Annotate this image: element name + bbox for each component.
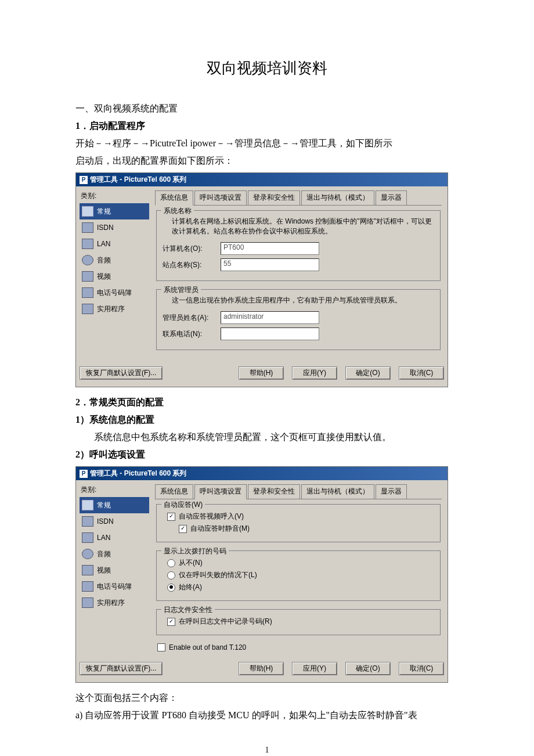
- sidebar-item-audio[interactable]: 音频: [80, 546, 149, 562]
- window-title: 管理工具 - PictureTel 600 系列: [90, 469, 186, 478]
- utilities-icon: [82, 304, 93, 314]
- tab-bar: 系统信息 呼叫选项设置 登录和安全性 退出与待机（模式） 显示器: [155, 190, 442, 206]
- step2-sub1-text: 系统信息中包系统名称和系统管理员配置，这个页框可直接使用默认值。: [75, 430, 459, 444]
- auto-mute-label: 自动应答时静音(M): [190, 524, 250, 534]
- audio-icon: [82, 549, 93, 559]
- tab-display[interactable]: 显示器: [376, 484, 407, 499]
- restore-defaults-button[interactable]: 恢复厂商默认设置(F)...: [80, 662, 163, 675]
- tab-login-security[interactable]: 登录和安全性: [248, 484, 300, 499]
- step2-heading: 2．常规类页面的配置: [75, 395, 459, 409]
- tab-exit-standby[interactable]: 退出与待机（模式）: [301, 484, 374, 499]
- tab-call-options[interactable]: 呼叫选项设置: [194, 190, 247, 205]
- sidebar-item-lan[interactable]: LAN: [80, 530, 149, 546]
- config-window-1: P 管理工具 - PictureTel 600 系列 类别: 常规 ISDN L…: [75, 172, 448, 387]
- group-legend: 系统管理员: [161, 285, 201, 295]
- sidebar-item-utilities[interactable]: 实用程序: [80, 301, 149, 317]
- sidebar-item-phonebook[interactable]: 电话号码簿: [80, 285, 149, 301]
- group-sysadmin: 系统管理员 这一信息出现在协作系统主应用程序中，它有助于用户与系统管理员联系。 …: [156, 289, 441, 350]
- sidebar-item-video[interactable]: 视频: [80, 562, 149, 578]
- sidebar-item-label: ISDN: [97, 224, 114, 232]
- group-description: 这一信息出现在协作系统主应用程序中，它有助于用户与系统管理员联系。: [172, 296, 434, 305]
- tab-display[interactable]: 显示器: [376, 190, 407, 205]
- sidebar-item-utilities[interactable]: 实用程序: [80, 595, 149, 611]
- step1-text-2: 启动后，出现的配置界面如下图所示：: [75, 154, 459, 168]
- audio-icon: [82, 255, 93, 265]
- sidebar-item-phonebook[interactable]: 电话号码簿: [80, 578, 149, 595]
- auto-mute-checkbox[interactable]: ✓: [179, 525, 187, 533]
- video-icon: [82, 565, 93, 575]
- isdn-icon: [82, 516, 93, 527]
- video-icon: [82, 271, 93, 282]
- help-button[interactable]: 帮助(H): [239, 366, 284, 380]
- log-record-checkbox[interactable]: ✓: [167, 618, 175, 626]
- app-icon: P: [80, 470, 88, 478]
- document-title: 双向视频培训资料: [75, 58, 459, 78]
- group-description: 计算机名在网络上标识相应系统。在 Windows 控制面板中的"网络"对话框中，…: [172, 217, 434, 236]
- sidebar-item-label: 音频: [97, 255, 111, 265]
- site-name-input[interactable]: 55: [221, 258, 319, 271]
- computer-name-label: 计算机名(O):: [163, 244, 221, 254]
- lan-icon: [82, 239, 93, 249]
- ok-button[interactable]: 确定(O): [345, 366, 391, 380]
- auto-answer-label: 自动应答视频呼入(V): [179, 512, 244, 521]
- category-label: 类别:: [81, 485, 148, 495]
- lan-icon: [82, 532, 93, 543]
- apply-button[interactable]: 应用(Y): [292, 366, 337, 380]
- tab-call-options[interactable]: 呼叫选项设置: [194, 484, 247, 499]
- group-last-dial: 显示上次拨打的号码 从不(N) 仅在呼叫失败的情况下(L) 始终(A): [156, 550, 441, 601]
- sidebar-item-label: 视频: [97, 272, 111, 282]
- radio-never[interactable]: [167, 559, 175, 567]
- group-legend: 日志文件安全性: [161, 605, 215, 615]
- tab-login-security[interactable]: 登录和安全性: [248, 190, 300, 205]
- radio-always[interactable]: [167, 584, 175, 592]
- category-sidebar: 类别: 常规 ISDN LAN 音频: [76, 480, 149, 657]
- sidebar-item-label: ISDN: [97, 517, 114, 525]
- tab-exit-standby[interactable]: 退出与待机（模式）: [301, 190, 374, 205]
- t120-checkbox[interactable]: [157, 643, 165, 651]
- sidebar-item-isdn[interactable]: ISDN: [80, 219, 149, 236]
- sidebar-item-label: 常规: [97, 501, 111, 510]
- utilities-icon: [82, 597, 93, 608]
- group-system-name: 系统名称 计算机名在网络上标识相应系统。在 Windows 控制面板中的"网络"…: [156, 210, 441, 281]
- tab-system-info[interactable]: 系统信息: [155, 190, 193, 206]
- phonebook-icon: [82, 581, 93, 592]
- sidebar-item-label: 视频: [97, 566, 111, 575]
- admin-name-label: 管理员姓名(A):: [163, 313, 221, 323]
- sidebar-item-general[interactable]: 常规: [80, 497, 149, 513]
- sidebar-item-label: 电话号码簿: [97, 582, 132, 592]
- app-icon: P: [80, 176, 88, 184]
- tab-bar: 系统信息 呼叫选项设置 登录和安全性 退出与待机（模式） 显示器: [155, 484, 442, 499]
- step2-sub1: 1）系统信息的配置: [75, 413, 459, 427]
- sidebar-item-video[interactable]: 视频: [80, 268, 149, 285]
- category-label: 类别:: [81, 191, 148, 201]
- admin-name-input[interactable]: administrator: [221, 311, 319, 324]
- sidebar-item-label: 电话号码簿: [97, 288, 132, 298]
- sidebar-item-audio[interactable]: 音频: [80, 252, 149, 268]
- apply-button[interactable]: 应用(Y): [292, 662, 337, 675]
- log-record-label: 在呼叫日志文件中记录号码(R): [179, 617, 272, 627]
- help-button[interactable]: 帮助(H): [239, 662, 284, 675]
- cancel-button[interactable]: 取消(C): [399, 662, 444, 675]
- radio-never-label: 从不(N): [179, 558, 203, 568]
- computer-name-input[interactable]: PT600: [221, 242, 319, 255]
- sidebar-item-general[interactable]: 常规: [80, 203, 149, 219]
- auto-answer-checkbox[interactable]: ✓: [167, 513, 175, 521]
- group-legend: 显示上次拨打的号码: [161, 546, 229, 556]
- ok-button[interactable]: 确定(O): [345, 662, 391, 675]
- restore-defaults-button[interactable]: 恢复厂商默认设置(F)...: [80, 366, 163, 380]
- cancel-button[interactable]: 取消(C): [399, 366, 444, 380]
- group-log-security: 日志文件安全性 ✓ 在呼叫日志文件中记录号码(R): [156, 609, 441, 635]
- group-legend: 自动应答(W): [161, 500, 205, 510]
- t120-label: Enable out of band T.120: [169, 643, 246, 651]
- config-window-2: P 管理工具 - PictureTel 600 系列 类别: 常规 ISDN L…: [75, 466, 448, 683]
- radio-on-fail[interactable]: [167, 571, 175, 579]
- general-icon: [82, 500, 93, 510]
- sidebar-item-label: 实用程序: [97, 598, 125, 608]
- group-auto-answer: 自动应答(W) ✓ 自动应答视频呼入(V) ✓ 自动应答时静音(M): [156, 504, 441, 542]
- sidebar-item-lan[interactable]: LAN: [80, 236, 149, 252]
- contact-phone-input[interactable]: [221, 327, 319, 340]
- sidebar-item-isdn[interactable]: ISDN: [80, 513, 149, 530]
- tab-system-info[interactable]: 系统信息: [155, 484, 193, 499]
- isdn-icon: [82, 222, 93, 233]
- sidebar-item-label: 实用程序: [97, 304, 125, 314]
